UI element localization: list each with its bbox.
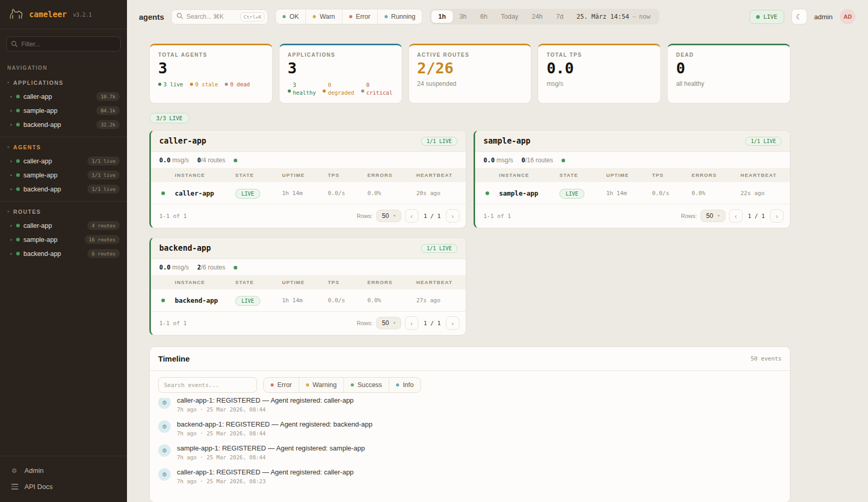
- sidebar-section-applications: ▾ APPLICATIONS ▸ caller-app 10.7k ▸ samp…: [0, 73, 127, 137]
- timeline-event[interactable]: ⚙ caller-app-1: REGISTERED — Agent regis…: [158, 398, 782, 417]
- page-indicator: 1 / 1: [748, 213, 765, 220]
- search-input[interactable]: [186, 13, 233, 20]
- range-24h[interactable]: 24h: [525, 10, 550, 23]
- event-time: 7h ago · 25 Mar 2026, 08:44: [177, 454, 365, 460]
- status-dot: [16, 109, 20, 112]
- item-badge: 16 routes: [85, 235, 120, 244]
- filter-warn[interactable]: Warn: [305, 9, 341, 24]
- chevron-down-icon: ▾: [393, 321, 395, 325]
- rows-per-page-select[interactable]: 50▾: [376, 317, 401, 329]
- sidebar-item-sample-app-agent[interactable]: ▸ sample-app 1/1 live: [0, 168, 127, 182]
- status-dot: [16, 238, 20, 241]
- range-6h[interactable]: 6h: [474, 10, 494, 23]
- filter-ok[interactable]: OK: [276, 9, 305, 24]
- date-separator: —: [632, 13, 636, 20]
- stat-value: 3: [288, 60, 393, 77]
- range-today[interactable]: Today: [494, 10, 525, 23]
- timeline-event[interactable]: ⚙ sample-app-1: REGISTERED — Agent regis…: [158, 441, 782, 465]
- filter-label: Running: [391, 13, 416, 20]
- timeline-event[interactable]: ⚙ caller-app-1: REGISTERED — Agent regis…: [158, 465, 782, 488]
- avatar[interactable]: AD: [840, 9, 856, 24]
- chevron-right-icon: ▸: [10, 251, 12, 256]
- table-row[interactable]: sample-app LIVE 1h 14m 0.0/s 0.0% 22s ag…: [475, 182, 790, 204]
- sidebar-item-admin[interactable]: ⚙ Admin: [0, 462, 127, 479]
- filter-info[interactable]: Info: [389, 378, 420, 392]
- running-dot: [385, 15, 388, 18]
- stat-card-total-tps: TOTAL TPS 0.0 msg/s: [538, 44, 661, 104]
- next-page-button[interactable]: ›: [446, 209, 459, 223]
- section-title: ROUTES: [14, 209, 41, 215]
- sidebar-item-caller-app-agent[interactable]: ▸ caller-app 1/1 live: [0, 154, 127, 168]
- theme-toggle-button[interactable]: ☾: [792, 9, 807, 24]
- sidebar-item-sample-app[interactable]: ▸ sample-app 84.1k: [0, 104, 127, 118]
- section-header-applications[interactable]: ▾ APPLICATIONS: [0, 76, 127, 89]
- stat-value: 0.0: [546, 60, 652, 77]
- range-3h[interactable]: 3h: [453, 10, 474, 23]
- timeline-event[interactable]: ⚙ backend-app-1: REGISTERED — Agent regi…: [158, 417, 782, 441]
- filter-success[interactable]: Success: [343, 378, 389, 392]
- docs-icon: [11, 484, 19, 490]
- prev-page-button[interactable]: ‹: [405, 316, 418, 330]
- sidebar: cameleer v3.2.1 NAVIGATION ▾ APPLICATION…: [0, 0, 127, 502]
- app-card-sample-app: sample-app 1/1 LIVE 0.0 msg/s 0/16 route…: [474, 130, 790, 228]
- range-7d[interactable]: 7d: [550, 10, 570, 23]
- app-title[interactable]: sample-app: [483, 136, 530, 146]
- timeline-events-list[interactable]: ⚙ caller-app-1: REGISTERED — Agent regis…: [150, 398, 790, 492]
- filter-label: Success: [358, 381, 382, 389]
- sidebar-item-caller-app-routes[interactable]: ▸ caller-app 4 routes: [0, 218, 127, 233]
- chevron-down-icon: ▾: [393, 214, 395, 218]
- timeline-search-input[interactable]: [158, 377, 257, 393]
- table-header: INSTANCESTATE UPTIMETPS ERRORSHEARTBEAT: [151, 275, 466, 289]
- page-indicator: 1 / 1: [424, 320, 441, 327]
- row-range: 1-1 of 1: [483, 213, 511, 220]
- filter-running[interactable]: Running: [377, 9, 423, 24]
- app-title[interactable]: backend-app: [159, 243, 211, 253]
- sidebar-item-backend-app-agent[interactable]: ▸ backend-app 1/1 live: [0, 182, 127, 196]
- next-page-button[interactable]: ›: [770, 209, 784, 223]
- filter-label: Warning: [313, 381, 337, 389]
- tps-value: 0.0/s: [328, 190, 367, 197]
- errors-value: 0.0%: [692, 190, 741, 197]
- section-header-agents[interactable]: ▾ AGENTS: [0, 140, 127, 154]
- sidebar-filter: [6, 36, 121, 52]
- prev-page-button[interactable]: ‹: [405, 209, 418, 223]
- section-title: AGENTS: [14, 144, 41, 150]
- sidebar-item-backend-app-routes[interactable]: ▸ backend-app 6 routes: [0, 247, 127, 261]
- live-dot: [756, 15, 760, 19]
- sidebar-item-backend-app[interactable]: ▸ backend-app 32.2k: [0, 118, 127, 132]
- filter-error[interactable]: Error: [264, 378, 299, 392]
- sidebar-item-api-docs[interactable]: API Docs: [0, 479, 127, 495]
- event-gear-icon: ⚙: [158, 420, 171, 433]
- warning-dot: [306, 383, 309, 387]
- filter-warning[interactable]: Warning: [299, 378, 343, 392]
- app-title[interactable]: caller-app: [159, 136, 206, 146]
- state-badge: LIVE: [235, 296, 260, 306]
- item-label: caller-app: [23, 158, 52, 165]
- live-status-badge[interactable]: LIVE: [749, 10, 784, 24]
- table-row[interactable]: caller-app LIVE 1h 14m 0.0/s 0.0% 20s ag…: [151, 182, 466, 204]
- range-1h[interactable]: 1h: [431, 10, 453, 23]
- rows-per-page-select[interactable]: 50▾: [700, 210, 725, 222]
- section-header-routes[interactable]: ▾ ROUTES: [0, 205, 127, 218]
- rows-per-page-select[interactable]: 50▾: [376, 210, 401, 222]
- item-badge: 32.2k: [96, 120, 120, 129]
- rows-label: Rows:: [356, 213, 373, 219]
- instance-name: caller-app: [175, 189, 235, 197]
- filter-input[interactable]: [6, 36, 121, 52]
- table-row[interactable]: backend-app LIVE 1h 14m 0.0/s 0.0% 27s a…: [151, 289, 466, 312]
- heartbeat-value: 22s ago: [741, 190, 790, 197]
- ok-dot: [283, 15, 286, 18]
- shortcut-kbd: Ctrl+K: [240, 12, 264, 21]
- sidebar-item-sample-app-routes[interactable]: ▸ sample-app 16 routes: [0, 233, 127, 247]
- next-page-button[interactable]: ›: [446, 316, 459, 330]
- status-dot: [16, 159, 20, 163]
- filter-error[interactable]: Error: [342, 9, 377, 24]
- date-range: 25. März 14:54—now: [570, 13, 658, 20]
- event-gear-icon: ⚙: [158, 444, 171, 457]
- sidebar-item-caller-app[interactable]: ▸ caller-app 10.7k: [0, 89, 127, 104]
- prev-page-button[interactable]: ‹: [729, 209, 743, 223]
- footer-label: API Docs: [24, 483, 53, 491]
- error-dot: [271, 383, 274, 387]
- live-label: LIVE: [763, 14, 777, 20]
- stat-label: TOTAL AGENTS: [158, 52, 264, 58]
